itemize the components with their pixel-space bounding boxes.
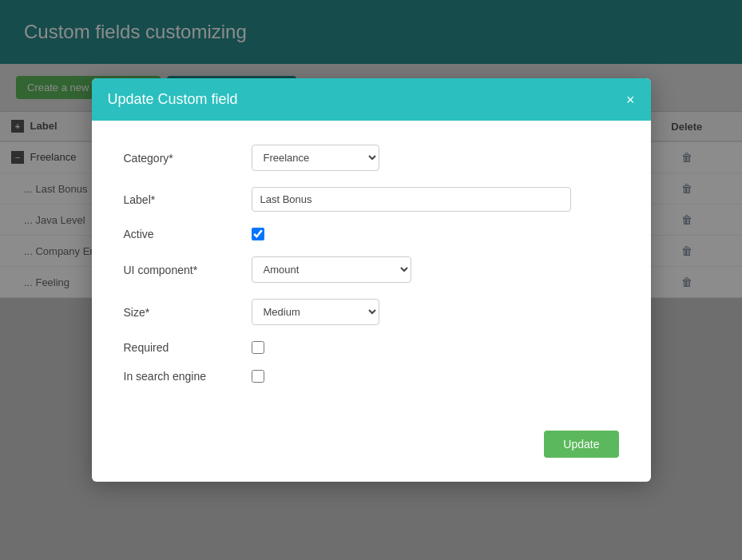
modal-footer: Update	[92, 423, 651, 482]
ui-component-label: UI component*	[124, 264, 252, 276]
label-input[interactable]	[252, 187, 571, 212]
category-group: Category* Freelance Other	[124, 145, 619, 171]
ui-component-group: UI component* Amount Text Dropdown Date	[124, 256, 619, 283]
size-select[interactable]: Small Medium Large	[252, 299, 379, 325]
category-label: Category*	[124, 152, 252, 165]
search-engine-label: In search engine	[124, 370, 252, 383]
active-group: Active	[124, 228, 619, 240]
size-label: Size*	[124, 306, 252, 319]
label-group: Label*	[124, 187, 619, 212]
ui-component-select[interactable]: Amount Text Dropdown Date	[252, 256, 411, 283]
modal-header: Update Custom field ×	[92, 78, 651, 121]
required-group: Required	[124, 341, 619, 354]
category-select[interactable]: Freelance Other	[252, 145, 379, 171]
modal-close-button[interactable]: ×	[626, 93, 635, 107]
required-label: Required	[124, 341, 252, 354]
size-group: Size* Small Medium Large	[124, 299, 619, 325]
search-engine-checkbox[interactable]	[252, 370, 264, 383]
update-button[interactable]: Update	[544, 431, 618, 458]
modal-body: Category* Freelance Other Label* Active …	[92, 121, 651, 423]
modal-overlay[interactable]: Update Custom field × Category* Freelanc…	[0, 0, 742, 560]
modal-title: Update Custom field	[108, 91, 238, 108]
required-checkbox[interactable]	[252, 341, 264, 354]
search-engine-group: In search engine	[124, 370, 619, 383]
active-label: Active	[124, 228, 252, 240]
label-field-label: Label*	[124, 193, 252, 206]
update-modal: Update Custom field × Category* Freelanc…	[92, 78, 651, 482]
active-checkbox[interactable]	[252, 228, 264, 240]
